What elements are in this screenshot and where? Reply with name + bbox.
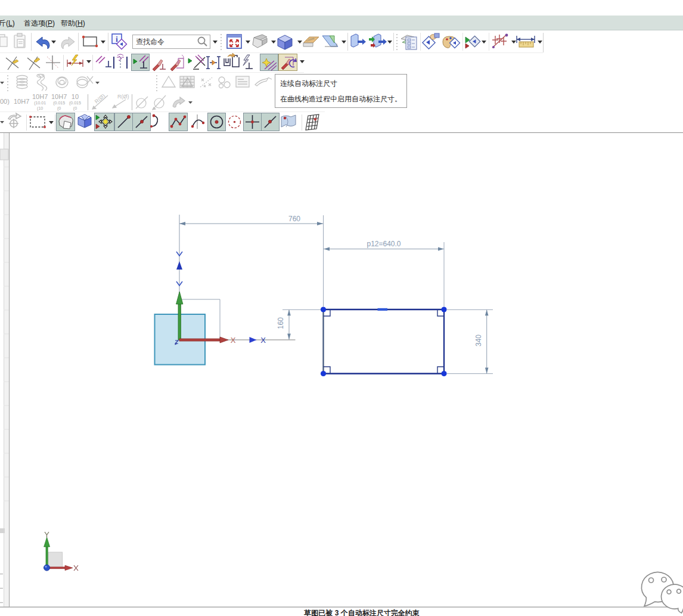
svg-text:X: X — [260, 336, 266, 345]
svg-text:760: 760 — [288, 215, 300, 223]
svg-text:160: 160 — [277, 317, 285, 329]
svg-text:R(Ø): R(Ø) — [117, 94, 129, 100]
svg-text:340: 340 — [474, 335, 483, 346]
svg-text:X: X — [231, 336, 236, 345]
svg-text:p12=640.0: p12=640.0 — [367, 240, 401, 248]
